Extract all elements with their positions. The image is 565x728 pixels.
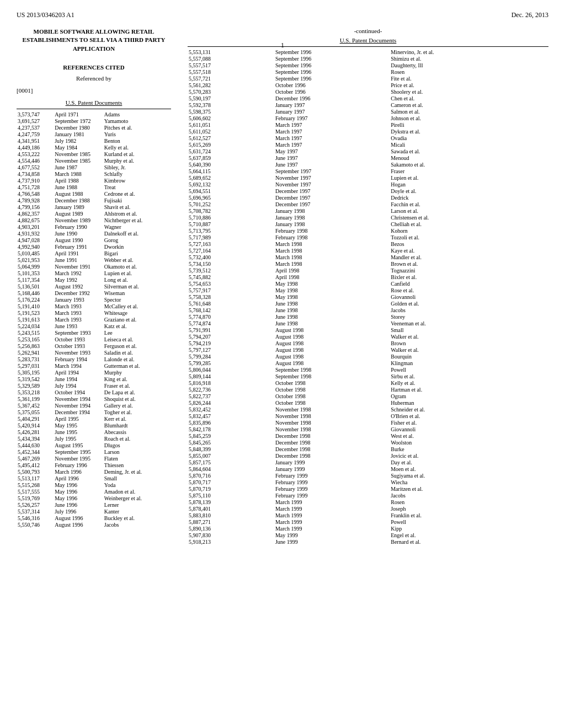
patent-date-cell: September 1972 [54, 117, 103, 124]
patent-inventor-cell: Fraser [390, 168, 548, 174]
patent-date-cell: November 1997 [274, 181, 390, 188]
patent-date-cell: October 1998 [274, 399, 390, 406]
patent-inventor-cell: Small [390, 326, 548, 333]
patent-date-cell: March 1998 [274, 254, 390, 260]
patent-date-cell: December 1997 [274, 201, 390, 207]
patent-inventor-cell: Long et al. [103, 276, 171, 283]
table-row: 4,862,357 August 1989 Ahlstrom et al. [17, 210, 171, 217]
patent-number-cell: 5,598,375 [188, 108, 274, 115]
table-row: 5,191,523 March 1993 Whitesage [17, 309, 171, 316]
patent-number-cell: 5,606,602 [188, 115, 274, 121]
patent-number-cell: 5,883,810 [188, 512, 274, 518]
patent-inventor-cell: Bixler et al. [390, 274, 548, 280]
patent-number-cell: 5,791,991 [188, 326, 274, 333]
patent-date-cell: November 1998 [274, 419, 390, 426]
patent-number-cell: 5,611,052 [188, 128, 274, 135]
patent-date-cell: April 1971 [54, 111, 103, 117]
table-row: 5,467,269 November 1995 Flaten [17, 455, 171, 462]
patent-date-cell: August 1989 [54, 210, 103, 217]
patent-number-cell: 5,708,782 [188, 207, 274, 214]
patent-number-cell: 5,495,412 [17, 462, 54, 468]
patent-date-cell: November 1985 [54, 157, 103, 164]
table-row: 5,809,144 September 1998 Sirbu et al. [188, 373, 548, 379]
patent-date-cell: November 1998 [274, 406, 390, 413]
patent-inventor-cell: Pitches et al. [103, 124, 171, 131]
patent-inventor-cell: Mandler et al. [390, 254, 548, 260]
table-row: 5,883,810 March 1999 Franklin et al. [188, 512, 548, 518]
patent-date-cell: December 1996 [274, 95, 390, 101]
patent-date-cell: January 1993 [54, 296, 103, 303]
table-row: 5,612,527 March 1997 Ovadia [188, 135, 548, 141]
patent-number-cell: 5,822,736 [188, 386, 274, 393]
patent-inventor-cell: Joseph [390, 505, 548, 512]
patent-number-cell: 5,353,218 [17, 389, 54, 395]
patent-inventor-cell: Brown et al. [390, 260, 548, 267]
patent-inventor-cell: Dlugos [103, 442, 171, 448]
patent-number-cell: 5,797,127 [188, 346, 274, 353]
patent-number-cell: 5,701,252 [188, 201, 274, 207]
table-row: 5,191,410 March 1993 McCalley et al. [17, 303, 171, 309]
patent-inventor-cell: Rosen [390, 499, 548, 505]
patent-inventor-cell: Shoquist et al. [103, 395, 171, 402]
patent-date-cell: June 1995 [54, 429, 103, 435]
patent-date-cell: August 1990 [54, 237, 103, 243]
patent-date-cell: September 1998 [274, 373, 390, 379]
patent-inventor-cell: Kanter [103, 508, 171, 515]
table-row: 5,794,207 August 1998 Walker et al. [188, 333, 548, 340]
patent-date-cell: August 1998 [274, 353, 390, 360]
table-row: 5,774,874 June 1998 Veeneman et al. [188, 320, 548, 326]
patent-number-cell: 5,710,887 [188, 221, 274, 227]
patent-number-cell: 5,845,265 [188, 439, 274, 446]
patent-date-cell: February 1991 [54, 243, 103, 250]
patent-date-cell: August 1996 [54, 521, 103, 528]
patent-date-cell: December 1994 [54, 409, 103, 415]
page-number: 1 [281, 41, 284, 50]
patent-number-cell: 5,637,859 [188, 154, 274, 161]
table-row: 5,444,630 August 1995 Dlugos [17, 442, 171, 448]
patent-inventor-cell: Lupien et al. [390, 174, 548, 181]
patent-date-cell: January 1989 [54, 204, 103, 210]
patent-date-cell: March 1997 [274, 121, 390, 128]
table-row: 5,864,604 January 1999 Moen et al. [188, 465, 548, 472]
patent-number-cell: 5,875,110 [188, 492, 274, 499]
patent-number-cell: 5,557,088 [188, 55, 274, 62]
table-row: 5,557,721 September 1996 Fite et al. [188, 75, 548, 82]
patent-date-cell: August 1998 [274, 360, 390, 366]
table-row: 5,734,150 March 1998 Brown et al. [188, 260, 548, 267]
patent-number-cell: 4,449,186 [17, 144, 54, 151]
table-row: 4,677,552 June 1987 Sibley, Jr. [17, 164, 171, 170]
patent-date-cell: February 1999 [274, 479, 390, 485]
table-row: 5,375,055 December 1994 Togher et al. [17, 409, 171, 415]
patent-inventor-cell: Schlafly [103, 170, 171, 177]
patent-inventor-cell: Kerr et al. [103, 415, 171, 422]
table-row: 5,426,281 June 1995 Abecassis [17, 429, 171, 435]
patent-number-cell: 5,191,410 [17, 303, 54, 309]
patent-inventor-cell: Spector [103, 296, 171, 303]
patent-inventor-cell: Nichtberger et al. [103, 217, 171, 223]
patent-number-cell: 5,806,044 [188, 366, 274, 373]
patent-date-cell: April 1998 [274, 274, 390, 280]
patent-date-cell: August 1996 [54, 515, 103, 521]
patent-date-cell: May 1998 [274, 280, 390, 287]
table-row: 4,449,186 May 1984 Kelly et al. [17, 144, 171, 151]
patent-date-cell: March 1999 [274, 518, 390, 525]
patent-inventor-cell: Katz et al. [103, 323, 171, 329]
patent-number-cell: 5,262,941 [17, 349, 54, 356]
patent-date-cell: November 1989 [54, 217, 103, 223]
patent-date-cell: May 1998 [274, 293, 390, 300]
table-row: 4,992,940 February 1991 Dworkin [17, 243, 171, 250]
table-row: 5,832,457 November 1998 O'Brien et al. [188, 413, 548, 419]
patent-number-cell: 5,826,244 [188, 399, 274, 406]
patent-date-cell: March 1997 [274, 128, 390, 135]
patent-date-cell: November 1995 [54, 455, 103, 462]
table-row: 4,341,951 July 1982 Benton [17, 137, 171, 144]
patent-date-cell: March 1998 [274, 240, 390, 247]
patent-number-cell: 5,021,953 [17, 256, 54, 263]
patent-inventor-cell: Fujisaki [103, 197, 171, 204]
patent-number-cell: 4,882,675 [17, 217, 54, 223]
table-row: 5,452,344 September 1995 Larson [17, 448, 171, 455]
patent-inventor-cell: Fraser et al. [103, 382, 171, 389]
patent-date-cell: January 1999 [274, 465, 390, 472]
table-row: 5,495,412 February 1996 Thiessen [17, 462, 171, 468]
patent-number-cell: 5,010,485 [17, 250, 54, 256]
